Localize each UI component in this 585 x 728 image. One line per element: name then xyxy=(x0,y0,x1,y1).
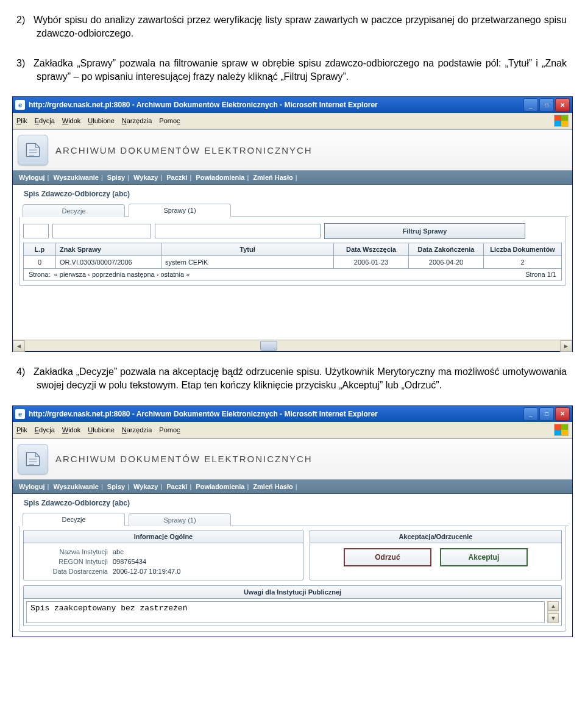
menu-pomoc[interactable]: Pomoc xyxy=(159,426,180,434)
tab-decyzje[interactable]: Decyzje xyxy=(23,204,125,217)
window-minimize-button[interactable]: _ xyxy=(523,407,538,421)
doc-paragraph-2: 2)Wybór spisu do analizy zawartości prze… xyxy=(0,10,585,43)
window-maximize-button[interactable]: □ xyxy=(539,98,554,112)
th-tytul: Tytuł xyxy=(161,243,334,256)
app-header: ARCHIWUM DOKUMENTÓW ELEKTRONICZNYCH xyxy=(13,130,572,171)
windows-flag-icon xyxy=(554,115,569,127)
table-header-row: L.p Znak Sprawy Tytuł Data Wszczęcia Dat… xyxy=(24,243,562,256)
nav-spisy[interactable]: Spisy xyxy=(107,174,125,181)
nav-wykazy[interactable]: Wykazy xyxy=(133,174,158,181)
th-data-wszczecia: Data Wszczęcia xyxy=(334,243,409,256)
app-nav-bar: Wyloguj| Wyszukiwanie| Spisy| Wykazy| Pa… xyxy=(13,480,572,494)
ie-window-sprawy: e http://rgrdev.nask.net.pl:8080 - Archi… xyxy=(12,96,573,352)
info-nazwa: Nazwa Instytucji abc xyxy=(29,547,298,557)
menu-pomoc[interactable]: Pomoc xyxy=(159,117,180,124)
menu-widok[interactable]: Widok xyxy=(62,117,81,124)
ie-content-area: ARCHIWUM DOKUMENTÓW ELEKTRONICZNYCH Wylo… xyxy=(13,129,572,351)
footer-pagination-nav[interactable]: « pierwsza ‹ poprzednia następna › ostat… xyxy=(54,271,190,278)
cell-lp: 0 xyxy=(24,256,56,269)
menu-edycja[interactable]: Edycja xyxy=(35,117,55,124)
menu-widok[interactable]: Widok xyxy=(62,426,81,434)
cell-tytul: system CEPiK xyxy=(161,256,334,269)
page-subtitle: Spis Zdawczo-Odbiorczy (abc) xyxy=(16,498,569,511)
tab-panel-sprawy: Filtruj Sprawy L.p Znak Sprawy Tytuł Dat… xyxy=(19,217,566,286)
odrzuc-button[interactable]: Odrzuć xyxy=(344,548,431,566)
cell-data-z: 2006-04-20 xyxy=(409,256,484,269)
ie-logo-icon: e xyxy=(15,409,25,419)
tab-sprawy[interactable]: Sprawy (1) xyxy=(129,513,231,526)
nav-spisy[interactable]: Spisy xyxy=(107,483,125,490)
tab-panel-decyzje: Informacje Ogólne Nazwa Instytucji abc R… xyxy=(19,526,566,632)
window-minimize-button[interactable]: _ xyxy=(523,98,538,112)
menu-plik[interactable]: Plik xyxy=(16,117,27,124)
nav-zmien-haslo[interactable]: Zmień Hasło xyxy=(253,174,292,181)
th-znak: Znak Sprawy xyxy=(56,243,161,256)
nav-wyszukiwanie[interactable]: Wyszukiwanie xyxy=(54,483,99,490)
scroll-thumb[interactable] xyxy=(260,341,277,351)
filter-input-tytul[interactable] xyxy=(155,224,321,238)
scroll-right-arrow-icon[interactable]: ► xyxy=(560,340,572,352)
akceptuj-button[interactable]: Akceptuj xyxy=(440,548,528,566)
scroll-track[interactable] xyxy=(25,341,560,351)
app-header: ARCHIWUM DOKUMENTÓW ELEKTRONICZNYCH xyxy=(13,439,572,480)
window-maximize-button[interactable]: □ xyxy=(539,407,554,421)
info-ogolne-panel: Informacje Ogólne Nazwa Instytucji abc R… xyxy=(23,530,303,580)
textarea-scrollbar[interactable]: ▲ ▼ xyxy=(547,601,559,623)
doc-paragraph-3: 3)Zakładka „Sprawy” pozwala na filtrowan… xyxy=(0,53,585,87)
footer-page-indicator: Strona 1/1 xyxy=(525,271,556,278)
ie-window-decyzje: e http://rgrdev.nask.net.pl:8080 - Archi… xyxy=(12,405,573,637)
menu-ulubione[interactable]: Ulubione xyxy=(88,426,114,434)
filter-cell-lp xyxy=(23,224,49,238)
th-data-zakonczenia: Data Zakończenia xyxy=(409,243,484,256)
tabs: Decyzje Sprawy (1) xyxy=(23,202,569,217)
horizontal-scrollbar[interactable]: ◄ ► xyxy=(13,340,572,351)
scroll-down-arrow-icon[interactable]: ▼ xyxy=(548,613,559,623)
filter-button[interactable]: Filtruj Sprawy xyxy=(324,223,525,239)
nav-powiadomienia[interactable]: Powiadomienia xyxy=(196,174,244,181)
nav-wyszukiwanie[interactable]: Wyszukiwanie xyxy=(54,174,99,181)
akceptacja-header: Akceptacja/Odrzucenie xyxy=(310,530,561,543)
app-title: ARCHIWUM DOKUMENTÓW ELEKTRONICZNYCH xyxy=(55,454,313,464)
nav-powiadomienia[interactable]: Powiadomienia xyxy=(196,483,244,490)
tabs: Decyzje Sprawy (1) xyxy=(23,511,569,526)
scroll-left-arrow-icon[interactable]: ◄ xyxy=(13,340,25,352)
info-regon: REGON Intytucji 098765434 xyxy=(29,557,298,566)
ie-window-title: http://rgrdev.nask.net.pl:8080 - Archiwu… xyxy=(29,101,523,109)
footer-strona-label: Strona: xyxy=(29,271,50,278)
window-close-button[interactable]: ✕ xyxy=(555,407,570,421)
window-close-button[interactable]: ✕ xyxy=(555,98,570,112)
cell-znak: OR.VI.0303/00007/2006 xyxy=(56,256,161,269)
nav-wykazy[interactable]: Wykazy xyxy=(133,483,158,490)
ie-titlebar[interactable]: e http://rgrdev.nask.net.pl:8080 - Archi… xyxy=(13,97,572,113)
uwagi-textarea[interactable]: Spis zaakceptowany bez zastrzeżeń xyxy=(26,601,545,623)
ie-titlebar[interactable]: e http://rgrdev.nask.net.pl:8080 - Archi… xyxy=(13,406,572,422)
info-data-dostarczenia: Data Dostarczenia 2006-12-07 10:19:47.0 xyxy=(29,566,298,576)
nav-zmien-haslo[interactable]: Zmień Hasło xyxy=(253,483,292,490)
nav-paczki[interactable]: Paczki xyxy=(166,483,187,490)
menu-ulubione[interactable]: Ulubione xyxy=(88,117,114,124)
nav-wyloguj[interactable]: Wyloguj xyxy=(19,174,45,181)
app-title: ARCHIWUM DOKUMENTÓW ELEKTRONICZNYCH xyxy=(55,145,313,155)
tab-sprawy[interactable]: Sprawy (1) xyxy=(129,204,231,217)
menu-edycja[interactable]: Edycja xyxy=(35,426,55,434)
cell-liczba: 2 xyxy=(484,256,562,269)
menu-narzedzia[interactable]: Narzędzia xyxy=(122,117,152,124)
uwagi-panel: Uwagi dla Instytucji Publicznej Spis zaa… xyxy=(23,585,562,626)
filter-row: Filtruj Sprawy xyxy=(23,223,562,239)
table-footer: Strona: « pierwsza ‹ poprzednia następna… xyxy=(23,269,562,280)
ie-window-title: http://rgrdev.nask.net.pl:8080 - Archiwu… xyxy=(29,410,523,418)
app-logo-icon xyxy=(18,135,48,165)
menu-plik[interactable]: Plik xyxy=(16,426,27,434)
nav-paczki[interactable]: Paczki xyxy=(166,174,187,181)
nav-wyloguj[interactable]: Wyloguj xyxy=(19,483,45,490)
ie-content-area: ARCHIWUM DOKUMENTÓW ELEKTRONICZNYCH Wylo… xyxy=(13,438,572,637)
ie-menubar: Plik Edycja Widok Ulubione Narzędzia Pom… xyxy=(13,113,572,129)
app-nav-bar: Wyloguj| Wyszukiwanie| Spisy| Wykazy| Pa… xyxy=(13,171,572,185)
ie-logo-icon: e xyxy=(15,100,25,110)
scroll-up-arrow-icon[interactable]: ▲ xyxy=(548,601,559,611)
menu-narzedzia[interactable]: Narzędzia xyxy=(122,426,152,434)
filter-input-znak[interactable] xyxy=(52,224,151,238)
tab-decyzje[interactable]: Decyzje xyxy=(23,513,125,526)
table-row[interactable]: 0 OR.VI.0303/00007/2006 system CEPiK 200… xyxy=(24,256,562,269)
windows-flag-icon xyxy=(554,424,569,436)
